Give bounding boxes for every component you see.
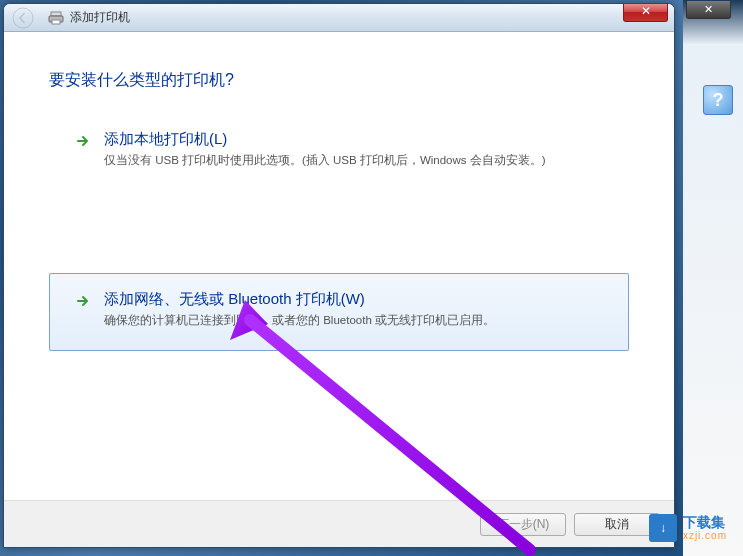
arrow-icon [76, 293, 96, 312]
back-button [10, 6, 36, 30]
watermark: ↓ 下载集 xzji.com [649, 514, 727, 542]
printer-icon [48, 10, 64, 26]
page-heading: 要安装什么类型的打印机? [49, 70, 629, 91]
arrow-icon [76, 133, 96, 152]
background-window: ✕ ? [683, 0, 743, 556]
watermark-name: 下载集 [683, 515, 727, 529]
cancel-button[interactable]: 取消 [574, 513, 660, 536]
bg-help-button[interactable]: ? [703, 85, 733, 115]
option-network-desc: 确保您的计算机已连接到网络，或者您的 Bluetooth 或无线打印机已启用。 [104, 313, 606, 328]
option-network-title: 添加网络、无线或 Bluetooth 打印机(W) [104, 290, 606, 309]
watermark-logo-icon: ↓ [649, 514, 677, 542]
option-add-network-printer[interactable]: 添加网络、无线或 Bluetooth 打印机(W) 确保您的计算机已连接到网络，… [49, 273, 629, 351]
dialog-footer: 下一步(N) 取消 [4, 500, 674, 548]
bg-close-button[interactable]: ✕ [686, 1, 731, 19]
option-local-title: 添加本地打印机(L) [104, 130, 602, 149]
add-printer-dialog: 添加打印机 ✕ 要安装什么类型的打印机? 添加本地打印机(L) 仅当没有 USB… [3, 3, 675, 548]
svg-rect-3 [52, 20, 60, 24]
next-button: 下一步(N) [480, 513, 566, 536]
svg-point-0 [13, 8, 33, 28]
close-button[interactable]: ✕ [623, 4, 668, 22]
svg-rect-1 [51, 12, 61, 16]
option-local-desc: 仅当没有 USB 打印机时使用此选项。(插入 USB 打印机后，Windows … [104, 153, 602, 168]
back-arrow-icon [12, 7, 34, 29]
window-title: 添加打印机 [70, 9, 130, 26]
titlebar: 添加打印机 ✕ [4, 4, 674, 32]
dialog-content: 要安装什么类型的打印机? 添加本地打印机(L) 仅当没有 USB 打印机时使用此… [4, 32, 674, 500]
watermark-url: xzji.com [683, 531, 727, 541]
option-add-local-printer[interactable]: 添加本地打印机(L) 仅当没有 USB 打印机时使用此选项。(插入 USB 打印… [61, 117, 617, 183]
